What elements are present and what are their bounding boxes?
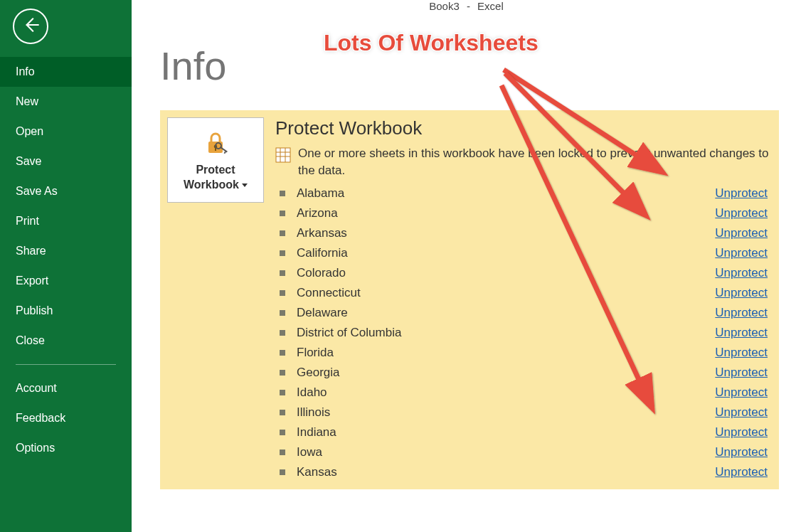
protect-panel-body: Protect Workbook One or more sheets in t… — [264, 117, 772, 482]
sidebar-item-close[interactable]: Close — [0, 326, 132, 356]
svg-rect-7 — [276, 148, 290, 162]
title-bar: Book3 - Excel — [132, 0, 801, 13]
sidebar-item-info[interactable]: Info — [0, 57, 132, 87]
sheet-name: District of Columbia — [297, 326, 715, 340]
protect-button-label: Protect Workbook — [184, 163, 248, 193]
sheet-bullet-icon — [280, 370, 285, 376]
sheet-bullet-icon — [280, 330, 285, 336]
sheet-row: IowaUnprotect — [275, 442, 772, 462]
sheet-bullet-icon — [280, 211, 285, 216]
app-name: Excel — [477, 0, 504, 12]
sheet-row: ColoradoUnprotect — [275, 263, 772, 283]
sidebar-item-new[interactable]: New — [0, 87, 132, 117]
sidebar-item-export[interactable]: Export — [0, 266, 132, 296]
sheet-name: Alabama — [297, 186, 715, 201]
sidebar-item-feedback[interactable]: Feedback — [0, 403, 132, 433]
sheet-name: Colorado — [297, 266, 715, 280]
sheet-bullet-icon — [280, 350, 285, 356]
unprotect-link[interactable]: Unprotect — [715, 246, 772, 260]
sheet-row: FloridaUnprotect — [275, 343, 772, 363]
sheet-bullet-icon — [280, 230, 285, 236]
sheet-row: GeorgiaUnprotect — [275, 363, 772, 383]
sheet-row: DelawareUnprotect — [275, 303, 772, 323]
sidebar-menu: InfoNewOpenSaveSave AsPrintShareExportPu… — [0, 57, 132, 356]
sheet-bullet-icon — [280, 250, 285, 256]
protect-description-row: One or more sheets in this workbook have… — [275, 145, 772, 179]
sidebar-item-save[interactable]: Save — [0, 147, 132, 176]
unprotect-link[interactable]: Unprotect — [715, 346, 772, 360]
back-button[interactable] — [13, 9, 48, 44]
sheet-name: Idaho — [297, 385, 715, 400]
sheet-name: Illinois — [297, 405, 715, 420]
sheet-name: California — [297, 246, 715, 260]
unprotect-link[interactable]: Unprotect — [715, 405, 772, 420]
sidebar-item-account[interactable]: Account — [0, 373, 132, 403]
unprotect-link[interactable]: Unprotect — [715, 306, 772, 320]
worksheet-icon — [275, 147, 291, 168]
protect-button-line2: Workbook — [184, 179, 239, 191]
protect-workbook-button[interactable]: Protect Workbook — [167, 117, 264, 203]
sheet-bullet-icon — [280, 310, 285, 316]
sidebar-item-share[interactable]: Share — [0, 236, 132, 266]
sheet-bullet-icon — [280, 449, 285, 455]
sidebar-item-open[interactable]: Open — [0, 117, 132, 147]
sheet-name: Georgia — [297, 366, 715, 380]
sheet-row: ArkansasUnprotect — [275, 223, 772, 243]
unprotect-link[interactable]: Unprotect — [715, 226, 772, 240]
sheet-row: IdahoUnprotect — [275, 383, 772, 403]
doc-title: Book3 — [429, 0, 460, 12]
unprotect-link[interactable]: Unprotect — [715, 385, 772, 400]
sheet-name: Arkansas — [297, 226, 715, 240]
unprotect-link[interactable]: Unprotect — [715, 286, 772, 300]
sheet-row: ArizonaUnprotect — [275, 203, 772, 223]
unprotect-link[interactable]: Unprotect — [715, 445, 772, 459]
sheet-bullet-icon — [280, 390, 285, 395]
page-title: Info — [160, 43, 801, 89]
sidebar-item-print[interactable]: Print — [0, 206, 132, 236]
sheet-name: Arizona — [297, 206, 715, 220]
sheet-name: Florida — [297, 346, 715, 360]
sheet-row: IndianaUnprotect — [275, 422, 772, 442]
sidebar-divider — [16, 364, 116, 365]
title-separator: - — [467, 0, 470, 12]
lock-key-icon — [201, 127, 230, 159]
unprotect-link[interactable]: Unprotect — [715, 366, 772, 380]
unprotect-link[interactable]: Unprotect — [715, 266, 772, 280]
sheet-name: Iowa — [297, 445, 715, 459]
dropdown-caret-icon — [242, 183, 248, 187]
sheet-bullet-icon — [280, 290, 285, 296]
unprotect-link[interactable]: Unprotect — [715, 326, 772, 340]
sidebar-item-publish[interactable]: Publish — [0, 296, 132, 326]
unprotect-link[interactable]: Unprotect — [715, 465, 772, 479]
sheet-row: ConnecticutUnprotect — [275, 283, 772, 303]
sheet-bullet-icon — [280, 270, 285, 276]
protected-sheet-list: AlabamaUnprotectArizonaUnprotectArkansas… — [275, 183, 772, 482]
sheet-name: Delaware — [297, 306, 715, 320]
protect-button-line1: Protect — [196, 164, 235, 176]
backstage-sidebar: InfoNewOpenSaveSave AsPrintShareExportPu… — [0, 0, 132, 532]
unprotect-link[interactable]: Unprotect — [715, 206, 772, 220]
sheet-bullet-icon — [280, 191, 285, 196]
sheet-name: Connecticut — [297, 286, 715, 300]
protect-heading: Protect Workbook — [275, 117, 772, 139]
protect-description: One or more sheets in this workbook have… — [298, 145, 772, 179]
sheet-row: CaliforniaUnprotect — [275, 243, 772, 263]
sheet-row: District of ColumbiaUnprotect — [275, 323, 772, 343]
sheet-row: IllinoisUnprotect — [275, 403, 772, 422]
sheet-bullet-icon — [280, 469, 285, 475]
sidebar-item-options[interactable]: Options — [0, 433, 132, 463]
sidebar-footer-menu: AccountFeedbackOptions — [0, 373, 132, 463]
main-content: Info Protect Workbook — [132, 14, 801, 532]
sheet-row: AlabamaUnprotect — [275, 183, 772, 203]
unprotect-link[interactable]: Unprotect — [715, 425, 772, 440]
sheet-name: Kansas — [297, 465, 715, 479]
unprotect-link[interactable]: Unprotect — [715, 186, 772, 201]
sheet-name: Indiana — [297, 425, 715, 440]
back-arrow-icon — [21, 16, 40, 37]
sidebar-item-save-as[interactable]: Save As — [0, 176, 132, 206]
protect-workbook-panel: Protect Workbook Protect Workbook One or… — [160, 110, 779, 489]
sheet-bullet-icon — [280, 430, 285, 435]
sheet-row: KansasUnprotect — [275, 462, 772, 482]
sheet-bullet-icon — [280, 410, 285, 415]
